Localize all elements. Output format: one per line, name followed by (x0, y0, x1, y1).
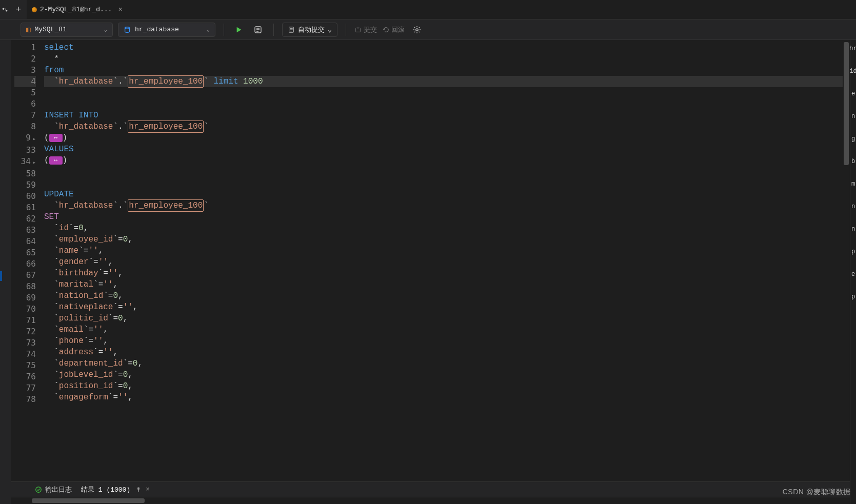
result-label: 结果 1 (1000) (81, 485, 130, 494)
commit-button[interactable]: 提交 (354, 25, 377, 34)
pin-icon[interactable] (135, 487, 142, 493)
new-tab-button[interactable]: + (10, 0, 27, 19)
toolbar: ◧ MySQL_81 ⌄ hr_database ⌄ 自动提交 ⌄ 提交 回滚 (0, 19, 856, 40)
chevron-down-icon: ⌄ (206, 26, 210, 33)
line-number-gutter: 123456789▸3334▸5859606162636465666768697… (11, 40, 41, 481)
rollback-label: 回滚 (391, 25, 405, 34)
output-log-tab[interactable]: 输出日志 (35, 485, 72, 494)
result-tab[interactable]: 结果 1 (1000) × (81, 485, 149, 494)
code-content[interactable]: select *from `hr_database`.`hr_employee_… (41, 40, 843, 481)
divider (273, 24, 274, 36)
autocommit-label: 自动提交 (298, 25, 325, 34)
code-area[interactable]: 123456789▸3334▸5859606162636465666768697… (11, 40, 850, 481)
sidebar-gutter-icon[interactable] (0, 0, 10, 19)
rollback-button[interactable]: 回滚 (382, 25, 405, 34)
right-panel-preview[interactable]: hridengbmnnpep (850, 40, 856, 504)
explain-button[interactable] (251, 24, 265, 36)
marker (0, 271, 2, 281)
mysql-file-icon (32, 7, 37, 12)
editor-tab[interactable]: 2-MySQL_81@hr_d... × (27, 0, 130, 19)
close-icon[interactable]: × (118, 6, 122, 14)
output-tab-bar: 输出日志 结果 1 (1000) × (11, 481, 850, 497)
rollback-icon (382, 26, 389, 33)
horizontal-scrollbar[interactable] (11, 497, 850, 504)
connection-select[interactable]: ◧ MySQL_81 ⌄ (21, 23, 113, 37)
output-log-label: 输出日志 (45, 485, 72, 494)
settings-button[interactable] (410, 24, 424, 36)
chevron-down-icon: ⌄ (104, 26, 107, 33)
database-conn-icon: ◧ (26, 25, 30, 34)
main: 123456789▸3334▸5859606162636465666768697… (0, 40, 856, 504)
editor: 123456789▸3334▸5859606162636465666768697… (11, 40, 850, 504)
scrollbar-thumb[interactable] (32, 498, 145, 503)
autocommit-select[interactable]: 自动提交 ⌄ (282, 23, 337, 37)
chevron-down-icon: ⌄ (328, 26, 332, 34)
activity-bar (0, 40, 11, 504)
svg-point-6 (416, 28, 418, 30)
database-label: hr_database (135, 26, 179, 33)
document-icon (288, 26, 295, 33)
watermark: CSDN @麦聪聊数据 (783, 488, 851, 497)
tab-bar: + 2-MySQL_81@hr_d... × (0, 0, 856, 19)
svg-point-0 (3, 8, 5, 10)
scrollbar-thumb[interactable] (844, 42, 849, 165)
gear-icon (413, 26, 421, 34)
divider (224, 24, 224, 36)
check-icon (35, 486, 42, 493)
commit-icon (354, 26, 362, 33)
svg-point-2 (125, 27, 130, 29)
database-icon (124, 26, 131, 33)
close-icon[interactable]: × (146, 486, 149, 493)
tab-label: 2-MySQL_81@hr_d... (40, 6, 112, 13)
run-button[interactable] (232, 24, 246, 35)
connection-label: MySQL_81 (34, 26, 66, 33)
vertical-scrollbar[interactable] (843, 40, 850, 481)
commit-label: 提交 (364, 25, 377, 34)
divider (346, 24, 346, 36)
database-select[interactable]: hr_database ⌄ (118, 23, 215, 37)
